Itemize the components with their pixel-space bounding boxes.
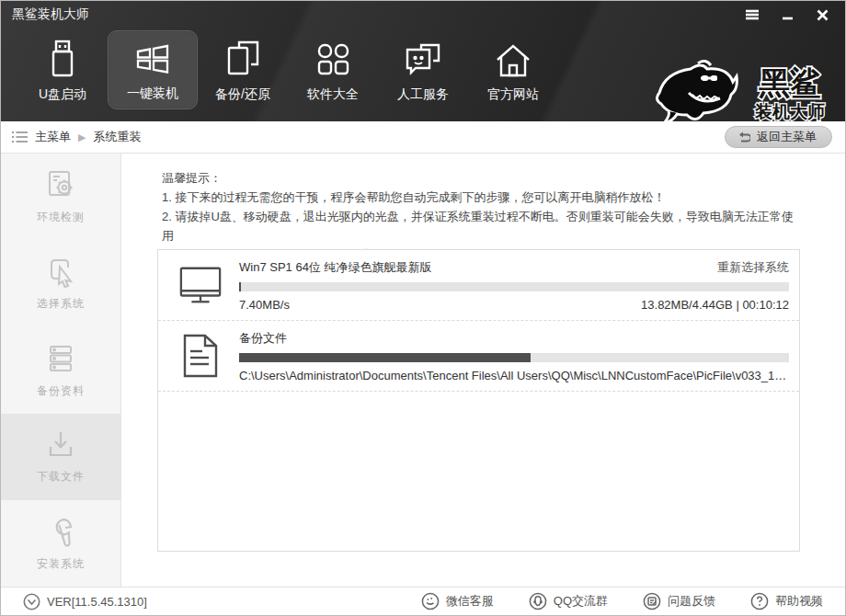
- nav-label: 人工服务: [397, 86, 449, 103]
- document-icon: [178, 333, 223, 379]
- breadcrumb-current: 系统重装: [93, 129, 141, 145]
- reselect-system-link[interactable]: 重新选择系统: [717, 259, 789, 276]
- download-files-icon: [44, 429, 77, 461]
- install-system-icon: [44, 515, 77, 548]
- footer-link-label: 帮助视频: [775, 593, 823, 610]
- nav-item-usb-boot[interactable]: U盘启动: [17, 30, 108, 109]
- monitor-icon: [178, 263, 223, 307]
- nav-item-service[interactable]: 人工服务: [378, 30, 468, 109]
- return-arrow-icon: [737, 131, 750, 143]
- sidebar-item-label: 选择系统: [37, 296, 85, 312]
- brand-zone: 黑鲨 装机大师: [650, 58, 836, 128]
- sidebar-item-backup-data[interactable]: 备份资料: [1, 326, 120, 413]
- feedback-link[interactable]: 问题反馈: [643, 592, 715, 610]
- usb-drive-icon: [44, 37, 81, 79]
- sidebar-item-select-system[interactable]: 选择系统: [1, 240, 120, 326]
- header: 黑鲨装机大师: [1, 1, 845, 121]
- apps-grid-icon: [314, 37, 352, 79]
- download-progress-fill: [239, 282, 241, 291]
- version-info: VER[11.5.45.1310]: [23, 593, 147, 610]
- progress-panel: Win7 SP1 64位 纯净绿色旗舰最新版 重新选择系统 7.40MB/s 1…: [157, 249, 800, 552]
- select-system-icon: [44, 255, 77, 288]
- sidebar-item-label: 备份资料: [37, 383, 85, 399]
- footer-links: 微信客服 QQ交流群: [421, 592, 823, 610]
- backup-progress-fill: [239, 353, 531, 362]
- window-controls: [744, 7, 834, 22]
- tips-line: 1. 接下来的过程无需您的干预，程序会帮助您自动完成剩下的步骤，您可以离开电脑稍…: [162, 188, 796, 207]
- help-icon: [750, 592, 769, 610]
- nav-label: 备份/还原: [215, 86, 270, 103]
- back-button-label: 返回主菜单: [757, 129, 817, 145]
- copy-restore-icon: [223, 37, 262, 79]
- feedback-icon: [643, 592, 661, 610]
- sidebar-item-download-files[interactable]: 下载文件: [1, 414, 120, 500]
- sidebar-item-label: 环境检测: [37, 210, 85, 225]
- nav-label: U盘启动: [39, 86, 86, 103]
- footer-link-label: 问题反馈: [668, 593, 715, 610]
- backup-info: 备份文件 C:\Users\Administrator\Documents\Te…: [239, 330, 789, 382]
- breadcrumb-root[interactable]: 主菜单: [35, 129, 71, 145]
- backup-file-path: C:\Users\Administrator\Documents\Tencent…: [239, 369, 789, 382]
- nav-label: 软件大全: [307, 86, 359, 103]
- backup-data-icon: [44, 342, 77, 375]
- backup-title: 备份文件: [239, 330, 287, 347]
- list-icon: [12, 131, 28, 143]
- app-title: 黑鲨装机大师: [12, 6, 89, 23]
- wechat-service-link[interactable]: 微信客服: [421, 592, 494, 610]
- back-to-main-menu-button[interactable]: 返回主菜单: [725, 126, 832, 148]
- download-info: Win7 SP1 64位 纯净绿色旗舰最新版 重新选择系统 7.40MB/s 1…: [239, 259, 789, 312]
- footer: VER[11.5.45.1310] 微信客服: [1, 587, 845, 615]
- sidebar-item-env-check[interactable]: 环境检测: [1, 154, 120, 240]
- nav-item-one-key-install[interactable]: 一键装机: [108, 30, 198, 109]
- help-video-link[interactable]: 帮助视频: [750, 592, 823, 610]
- menu-icon[interactable]: [744, 7, 760, 22]
- env-check-icon: [44, 168, 77, 201]
- main-content: 温馨提示： 1. 接下来的过程无需您的干预，程序会帮助您自动完成剩下的步骤，您可…: [121, 154, 845, 587]
- breadcrumb-separator-icon: ▶: [78, 131, 86, 143]
- sidebar-item-label: 下载文件: [37, 469, 85, 485]
- main-nav: U盘启动 一键装机: [1, 29, 845, 121]
- download-title: Win7 SP1 64位 纯净绿色旗舰最新版: [239, 259, 432, 276]
- shark-logo-icon: [650, 58, 738, 128]
- wechat-icon: [421, 592, 440, 610]
- tips-title: 温馨提示：: [162, 168, 796, 188]
- titlebar: 黑鲨装机大师: [1, 1, 845, 29]
- download-row: Win7 SP1 64位 纯净绿色旗舰最新版 重新选择系统 7.40MB/s 1…: [158, 250, 799, 321]
- nav-label: 一键装机: [127, 86, 178, 102]
- sidebar-item-label: 安装系统: [37, 556, 85, 572]
- download-progress-text: 13.82MB/4.44GB | 00:10:12: [641, 298, 789, 312]
- minimize-icon[interactable]: [779, 7, 795, 22]
- svg-text:黑鲨: 黑鲨: [759, 65, 821, 100]
- backup-row: 备份文件 C:\Users\Administrator\Documents\Te…: [158, 321, 799, 392]
- svg-text:装机大师: 装机大师: [754, 102, 825, 121]
- chat-service-icon: [403, 37, 443, 79]
- brand-text: 黑鲨 装机大师: [744, 59, 836, 127]
- close-icon[interactable]: [814, 7, 830, 22]
- nav-item-backup-restore[interactable]: 备份/还原: [198, 30, 288, 109]
- nav-label: 官方网站: [487, 86, 539, 103]
- nav-item-website[interactable]: 官方网站: [468, 30, 558, 109]
- footer-link-label: QQ交流群: [554, 593, 608, 610]
- version-label: VER[11.5.45.1310]: [47, 595, 147, 609]
- circled-v-icon: [23, 593, 40, 610]
- download-progress-bar: [239, 282, 789, 291]
- download-speed: 7.40MB/s: [239, 298, 290, 312]
- app-window: 黑鲨装机大师: [0, 0, 846, 616]
- windows-panes-icon: [132, 36, 173, 78]
- sidebar-item-install-system[interactable]: 安装系统: [1, 500, 120, 587]
- backup-progress-bar: [239, 353, 789, 362]
- sidebar-steps: 环境检测 选择系统: [1, 154, 121, 587]
- qq-group-link[interactable]: QQ交流群: [529, 592, 608, 610]
- qq-icon: [529, 592, 547, 610]
- tips-line: 2. 请拔掉U盘、移动硬盘，退出光驱内的光盘，并保证系统重装过程不断电。否则重装…: [162, 207, 796, 245]
- footer-link-label: 微信客服: [446, 593, 494, 610]
- home-icon: [493, 37, 533, 79]
- nav-item-software[interactable]: 软件大全: [288, 30, 378, 109]
